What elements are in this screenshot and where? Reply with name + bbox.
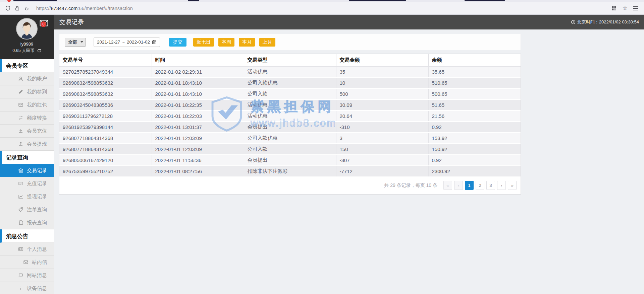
refresh-icon[interactable] (37, 49, 41, 53)
lock-icon[interactable] (14, 5, 20, 11)
info-icon (18, 286, 24, 291)
sidebar-item[interactable]: 充值记录 (0, 177, 54, 190)
table-cell: 35 (336, 67, 428, 78)
table-cell: 926908324598853632 (59, 88, 152, 99)
table-cell: 20.64 (336, 111, 428, 122)
table-cell: 公司入款 (244, 144, 336, 155)
user-panel: 0 ly8989 0.65 人民币 (0, 15, 54, 59)
qr-extension-icon[interactable] (611, 5, 617, 11)
titlebar-fragment (349, 0, 406, 1)
filter-bar: 全部 2021-12-27 ~ 2022-01-02 提交 近七日本周本月上月 (59, 34, 521, 50)
sidebar-item[interactable]: 交易记录 (0, 164, 54, 177)
sidebar-item-label: 充值记录 (27, 180, 47, 187)
date-from: 2021-12-27 (97, 40, 120, 45)
sidebar-item[interactable]: 报表查询 (0, 216, 54, 229)
exchange-icon (18, 115, 24, 121)
sidebar-item-label: 额度转换 (27, 115, 47, 121)
page-button[interactable]: » (508, 181, 517, 190)
quick-filter-button[interactable]: 本周 (218, 38, 234, 47)
page-button[interactable]: « (443, 181, 452, 190)
table-cell: 0.92 (428, 155, 521, 166)
table-cell: 500.65 (428, 88, 521, 99)
table-cell: 2022-01-01 18:22:35 (152, 99, 244, 111)
pagination-summary: 共 29 条记录，每页 10 条 (384, 182, 437, 189)
sidebar-item[interactable]: 设备信息 (0, 282, 54, 294)
sidebar-item[interactable]: 站内信 (0, 256, 54, 269)
quick-filter-buttons: 近七日本周本月上月 (193, 38, 275, 47)
sidebar-item[interactable]: 会员提现 (0, 138, 54, 151)
table-cell: 公司入款优惠 (244, 133, 336, 144)
table-cell: -310 (336, 122, 428, 133)
sidebar-item-label: 会员充值 (27, 128, 47, 134)
quick-filter-button[interactable]: 上月 (259, 38, 275, 47)
balance-amount: 0.65 人民币 (12, 48, 34, 54)
sidebar-item[interactable]: 我的签到 (0, 85, 54, 98)
table-cell: 510.65 (428, 77, 521, 88)
tab-title-fragment (13, 0, 57, 1)
type-select[interactable]: 全部 (65, 38, 86, 47)
transactions-table: 交易单号时间交易类型交易金额余额 9270257852370493442022-… (59, 54, 521, 177)
sidebar-item[interactable]: 我的红包 (0, 98, 54, 112)
table-cell: 2022-01-01 18:22:03 (152, 111, 244, 122)
sidebar-item-label: 交易记录 (27, 167, 47, 174)
table-row: 9268077188643143682022-01-01 12:03:09公司入… (59, 144, 521, 155)
sidebar-item[interactable]: 额度转换 (0, 112, 54, 125)
browser-toolbar: https://873447.com:66/member/#/transacti… (0, 2, 644, 15)
column-header: 交易单号 (59, 54, 152, 67)
sidebar-item-label: 报表查询 (27, 220, 47, 226)
table-cell: 927025785237049344 (59, 67, 152, 78)
sidebar-item[interactable]: 会员充值 (0, 125, 54, 138)
sidebar-item[interactable]: 提现记录 (0, 190, 54, 203)
sidebar: 0 ly8989 0.65 人民币 会员专区我的帐户我的签到我的红包额度转换会员… (0, 15, 54, 294)
table-row: 9267535997552107522022-01-01 08:27:56扣除非… (59, 166, 521, 177)
page-button[interactable]: › (497, 181, 506, 190)
os-titlebar (0, 0, 644, 2)
table-cell: 2022-01-01 18:43:10 (152, 88, 244, 99)
quick-filter-button[interactable]: 近七日 (193, 38, 214, 47)
table-cell: 2300.92 (428, 166, 521, 177)
toolbar-right: ☆ (611, 5, 639, 11)
laptop-icon (18, 273, 24, 278)
table-cell: 153.92 (428, 133, 521, 144)
table-cell: 926805006167429120 (59, 155, 152, 166)
quick-filter-button[interactable]: 本月 (239, 38, 255, 47)
date-to: 2022-01-02 (127, 40, 150, 45)
shield-icon[interactable] (5, 5, 11, 11)
submit-button[interactable]: 提交 (169, 38, 186, 47)
page-button[interactable]: 1 (465, 181, 474, 190)
page-button[interactable]: 3 (486, 181, 495, 190)
sidebar-item[interactable]: 网站消息 (0, 269, 54, 282)
calendar-icon[interactable] (152, 40, 157, 45)
sidebar-section-header: 会员专区 (0, 59, 54, 72)
sidebar-item[interactable]: 我的帐户 (0, 72, 54, 85)
table-cell: 926807718864314368 (59, 144, 152, 155)
table-row: 9268050061674291202022-01-01 11:56:36会员提… (59, 155, 521, 166)
beijing-time-label: 北京时间：2022/01/02 03:30:54 (577, 19, 639, 25)
card-icon (18, 181, 24, 187)
mail-icon (23, 260, 29, 265)
messages-envelope-icon[interactable]: 0 (40, 19, 48, 28)
avatar[interactable] (16, 18, 38, 40)
table-cell: 2022-01-01 11:56:36 (152, 155, 244, 166)
unread-badge: 0 (41, 21, 46, 27)
content: 全部 2021-12-27 ~ 2022-01-02 提交 近七日本周本月上月 … (54, 29, 644, 294)
tags-icon (18, 207, 24, 213)
table-cell: 21.56 (428, 111, 521, 122)
url-input[interactable]: https://873447.com:66/member/#/transacti… (36, 6, 608, 11)
sidebar-section-header: 记录查询 (0, 151, 54, 164)
table-cell: 活动优惠 (244, 67, 336, 78)
table-cell: 51.65 (428, 99, 521, 111)
page-button[interactable]: ‹ (454, 181, 463, 190)
permissions-icon[interactable] (23, 5, 30, 11)
table-cell: 926908324598853632 (59, 77, 152, 88)
sidebar-item-label: 我的签到 (27, 89, 47, 95)
sidebar-section-header: 消息公告 (0, 229, 54, 243)
bookmark-star-icon[interactable]: ☆ (623, 5, 628, 11)
sidebar-item[interactable]: 注单查询 (0, 203, 54, 216)
date-range-input[interactable]: 2021-12-27 ~ 2022-01-02 (94, 38, 160, 47)
sidebar-item[interactable]: 个人消息 (0, 243, 54, 256)
table-row: 9269083245988536322022-01-01 18:43:10公司入… (59, 77, 521, 88)
page-button[interactable]: 2 (476, 181, 484, 190)
table-cell: 35.65 (428, 67, 521, 78)
menu-icon[interactable] (633, 6, 638, 10)
